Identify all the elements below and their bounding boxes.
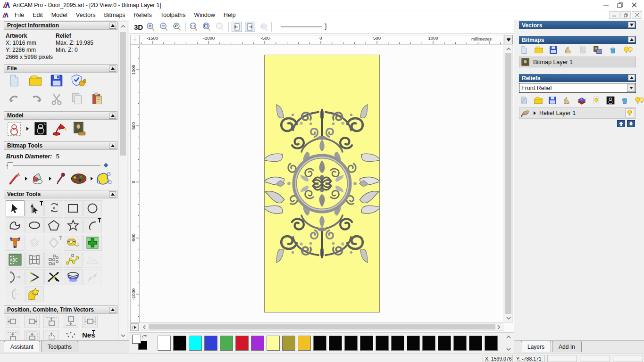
palette-swatch-17[interactable] (422, 336, 435, 351)
palette-swatch-13[interactable] (360, 336, 373, 351)
trim-vectors-icon[interactable] (44, 269, 63, 285)
palette-swatch-11[interactable] (329, 336, 342, 351)
collapse-button[interactable] (109, 23, 116, 29)
close-icon[interactable] (627, 0, 641, 10)
delete-bitmap-icon[interactable] (609, 45, 617, 55)
move-layer-down-icon[interactable] (627, 120, 635, 127)
texture-bitmap-icon[interactable] (563, 45, 573, 55)
palette-swatch-10[interactable] (313, 336, 326, 351)
open-model-icon[interactable] (28, 74, 42, 88)
palette-icon[interactable] (70, 172, 87, 185)
dropdown-arrow-icon[interactable] (627, 84, 635, 92)
text-block-icon[interactable]: ABC (6, 252, 25, 268)
palette-swatch-4[interactable] (220, 336, 233, 351)
restore-icon[interactable] (613, 0, 627, 10)
palette-swatch-8[interactable] (282, 336, 295, 351)
toggle-all-visibility-icon[interactable] (634, 96, 644, 105)
fit-arcs-icon[interactable] (6, 269, 25, 285)
collapse-button[interactable] (109, 113, 116, 119)
arc-icon[interactable] (83, 217, 102, 233)
swap-colours-icon[interactable] (142, 334, 147, 339)
mdi-restore-icon[interactable] (620, 11, 631, 19)
greyscale-relief-icon[interactable] (606, 96, 615, 105)
assistant-scrollbar[interactable] (118, 21, 127, 340)
save-model-icon[interactable] (50, 74, 63, 88)
star-icon[interactable] (64, 217, 83, 233)
paste-icon[interactable] (91, 92, 104, 106)
delete-relief-icon[interactable] (620, 96, 629, 105)
menu-file[interactable]: File (10, 11, 28, 19)
zoom-slider[interactable] (281, 22, 328, 32)
polyline-icon[interactable] (6, 217, 25, 233)
texture-relief-icon[interactable] (562, 96, 571, 105)
relief-selector-dropdown[interactable]: Front Relief (519, 83, 636, 93)
fillet-icon[interactable] (44, 235, 63, 251)
undo-icon[interactable] (8, 92, 22, 106)
zoom-ratio-icon[interactable]: 1:1 (189, 22, 199, 32)
text-icon[interactable] (6, 235, 25, 251)
cut-icon[interactable] (50, 92, 63, 106)
scrollbar-thumb[interactable] (505, 53, 511, 314)
open-relief-icon[interactable] (534, 96, 543, 105)
tab-toolpaths[interactable]: Toolpaths (41, 341, 78, 352)
menu-window[interactable]: Window (190, 11, 219, 19)
centre-top-alt-icon[interactable] (24, 330, 40, 340)
bitmap-layer-row[interactable]: Bitmap Layer 1 (519, 57, 636, 67)
palette-swatch-6[interactable] (251, 336, 264, 351)
blank-bitmap-icon[interactable] (578, 45, 587, 55)
merge-bitmap-icon[interactable] (593, 45, 603, 55)
menu-bitmaps[interactable]: Bitmaps (100, 11, 129, 19)
flood-fill-icon[interactable] (31, 172, 46, 186)
zoom-out-icon[interactable] (159, 22, 169, 32)
palette-swatch-21[interactable] (485, 336, 498, 351)
lighting-icon[interactable] (52, 121, 67, 136)
new-bitmap-icon[interactable] (520, 45, 528, 55)
drawing-viewport[interactable] (140, 44, 503, 323)
relief-visibility-icon[interactable] (592, 96, 601, 105)
palette-swatch-9[interactable] (298, 336, 311, 351)
copy-icon[interactable] (70, 92, 84, 106)
palette-swatch-19[interactable] (453, 336, 467, 351)
palette-swatch-7[interactable] (267, 336, 280, 351)
align-top-icon[interactable] (43, 315, 59, 328)
tab-add-in[interactable]: Add In (552, 341, 582, 352)
palette-swatch-1[interactable] (173, 336, 186, 351)
polygon-icon[interactable] (44, 217, 63, 233)
offset-icon[interactable] (25, 235, 44, 251)
expand-button[interactable] (628, 22, 635, 28)
zoom-in-icon[interactable] (146, 22, 156, 32)
mdi-minimize-icon[interactable] (609, 11, 619, 19)
palette-swatch-2[interactable] (189, 336, 202, 351)
zoom-fit-icon[interactable] (202, 22, 212, 32)
palette-swatch-14[interactable] (376, 336, 389, 351)
new-relief-icon[interactable] (520, 96, 528, 105)
colour-picker-icon[interactable] (55, 172, 67, 186)
previous-vector-icon[interactable] (232, 22, 242, 32)
new-model-icon[interactable] (8, 74, 21, 88)
scroll-right-icon[interactable] (495, 323, 502, 330)
stack-relief-icon[interactable] (577, 96, 587, 105)
join-vectors-icon[interactable] (64, 252, 83, 268)
menu-help[interactable]: Help (219, 11, 240, 19)
flyout-arrow-icon[interactable] (91, 177, 93, 181)
collapse-button[interactable] (109, 307, 116, 313)
greyscale-model-icon[interactable] (33, 121, 48, 136)
brush-diameter-slider[interactable] (6, 162, 108, 169)
node-editing-icon[interactable] (25, 200, 44, 216)
align-left-icon[interactable] (5, 315, 20, 328)
next-vector-icon[interactable] (245, 22, 255, 32)
palette-swatch-16[interactable] (407, 336, 420, 351)
paint-icon[interactable] (8, 172, 22, 186)
ruler-units-dropdown[interactable] (504, 35, 513, 44)
relief-layer-row[interactable]: Relief Layer 1 (519, 107, 636, 119)
align-right-icon[interactable] (24, 315, 40, 328)
palette-swatch-3[interactable] (204, 336, 217, 351)
measure-icon[interactable] (64, 235, 83, 251)
minimize-icon[interactable] (599, 0, 613, 10)
model-artboard[interactable] (264, 55, 380, 313)
centre-horizontal-icon[interactable] (82, 315, 98, 328)
menu-reliefs[interactable]: Reliefs (130, 11, 156, 19)
transform-icon[interactable] (44, 200, 63, 216)
tab-layers[interactable]: Layers (521, 341, 551, 352)
slider-handle[interactable] (8, 162, 13, 169)
